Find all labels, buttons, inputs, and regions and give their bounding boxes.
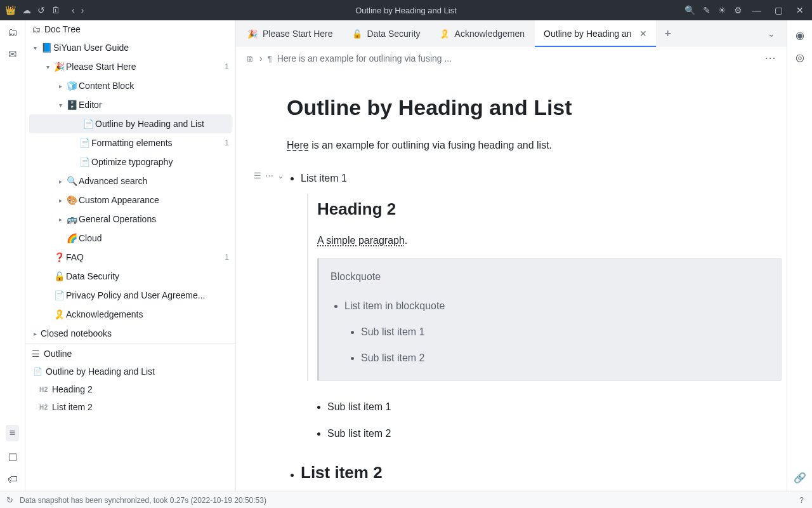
tree-label: General Operations <box>79 214 230 224</box>
chevron-right-icon[interactable]: ▸ <box>56 197 65 204</box>
outline-item[interactable]: H2 Heading 2 <box>25 380 235 398</box>
simple-paragraph[interactable]: A simple paragraph. <box>317 231 782 250</box>
chevron-right-icon[interactable]: ▸ <box>56 178 65 185</box>
intro-paragraph[interactable]: Here is an example for outlining via fus… <box>287 137 782 154</box>
tree-row[interactable]: 📄Formatting elements1 <box>25 133 235 152</box>
list-item[interactable]: List item 1 Heading 2 A simple paragraph… <box>301 169 782 448</box>
list-item[interactable]: List item in blockquote Sub list item 1 … <box>344 293 769 374</box>
tab-label: Please Start Here <box>263 29 333 39</box>
tree-row[interactable]: ▸🔍Advanced search <box>25 171 235 190</box>
calendar-icon[interactable]: 🗓 <box>51 5 60 15</box>
nav-back-icon[interactable]: ‹ <box>72 5 75 15</box>
closed-notebooks[interactable]: ▸ Closed notebooks <box>25 324 235 343</box>
chevron-right-icon: › <box>259 53 263 64</box>
outline-item[interactable]: H2 List item 2 <box>25 398 235 416</box>
sub-list[interactable]: Sub list item 1 Sub list item 2 <box>301 394 782 448</box>
nav-forward-icon[interactable]: › <box>81 5 84 15</box>
tab-close-icon[interactable]: ✕ <box>639 29 647 39</box>
tabs-menu-icon[interactable]: ⌄ <box>759 29 784 39</box>
minimize-icon[interactable]: — <box>750 5 764 15</box>
tree-row[interactable]: ▸🚌General Operations <box>25 210 235 229</box>
tab-icon: 🔓 <box>352 29 362 39</box>
doc-title[interactable]: Outline by Heading and List <box>287 95 782 120</box>
blockquote[interactable]: Blockquote List item in blockquote Sub l… <box>317 258 782 381</box>
history-icon[interactable]: ↺ <box>37 5 45 15</box>
globe-icon[interactable]: ◎ <box>796 51 804 64</box>
tab[interactable]: Outline by Heading an✕ <box>535 20 656 47</box>
tree-root[interactable]: ▾ 📘 SiYuan User Guide <box>25 38 235 57</box>
sync-icon[interactable]: ↻ <box>6 495 13 505</box>
outline-icon: ☰ <box>32 349 40 359</box>
settings-icon[interactable]: ⚙ <box>734 5 742 15</box>
doc-tree-icon[interactable]: 🗂 <box>8 27 18 38</box>
close-icon[interactable]: ✕ <box>793 5 807 15</box>
tree-label: Please Start Here <box>66 62 225 72</box>
blockquote-list[interactable]: List item in blockquote Sub list item 1 … <box>331 293 769 374</box>
breadcrumb-text: Here is an example for outlining via fus… <box>277 53 452 64</box>
list-item[interactable]: Sub list item 1 <box>361 319 769 345</box>
more-icon[interactable]: ··· <box>765 53 776 64</box>
crown-icon[interactable]: 👑 <box>5 5 16 15</box>
list-item[interactable]: Sub list item 2 <box>361 345 769 371</box>
chevron-down-icon[interactable]: ▾ <box>56 102 65 109</box>
tree-row[interactable]: ▸🎨Custom Appearance <box>25 190 235 210</box>
tree-label: Optimize typography <box>91 157 230 167</box>
list-icon[interactable]: ☰ <box>254 171 261 180</box>
chevron-down-icon[interactable]: ▾ <box>30 44 39 51</box>
tree-row[interactable]: 🌈Cloud <box>25 229 235 248</box>
help-icon[interactable]: ？ <box>797 495 806 506</box>
tab[interactable]: 🎉Please Start Here <box>239 20 342 47</box>
root-list[interactable]: List item 2 Ordered list item 1 1package… <box>287 451 782 491</box>
document[interactable]: Outline by Heading and List Here is an e… <box>236 70 787 491</box>
new-tab-button[interactable]: + <box>657 27 679 41</box>
tab[interactable]: 🎗️Acknowledgemen <box>431 20 534 47</box>
sun-icon[interactable]: ☀ <box>718 5 726 15</box>
tree-row[interactable]: 📄Privacy Policy and User Agreeme... <box>25 286 235 305</box>
tree-row[interactable]: ❓FAQ1 <box>25 248 235 267</box>
bookmark-icon[interactable]: ☐ <box>8 451 17 464</box>
doc-icon: 📄 <box>77 138 91 148</box>
tree-row[interactable]: ▾🗄️Editor <box>25 95 235 114</box>
intro-link[interactable]: Here <box>287 140 309 150</box>
list-item[interactable]: Sub list item 1 <box>327 394 782 420</box>
backlink-icon[interactable]: 🔗 <box>794 472 806 484</box>
dash-icon[interactable]: ⋯ <box>265 171 273 180</box>
tree-row[interactable]: ▾🎉Please Start Here1 <box>25 57 235 76</box>
align-icon[interactable]: ≡ <box>6 425 19 441</box>
breadcrumb[interactable]: 🗎 › ¶ Here is an example for outlining v… <box>236 47 787 70</box>
tree-row[interactable]: ▸🧊Content Block <box>25 76 235 95</box>
tree-row[interactable]: 🔓Data Security <box>25 267 235 286</box>
root-list[interactable]: List item 1 Heading 2 A simple paragraph… <box>287 169 782 448</box>
tree-icon: 🗂 <box>32 24 41 34</box>
list-item[interactable]: Sub list item 2 <box>327 420 782 447</box>
heading-2[interactable]: Heading 2 <box>317 194 782 225</box>
chevron-right-icon[interactable]: ▸ <box>30 330 39 337</box>
tree-row[interactable]: 📄Outline by Heading and List <box>29 114 232 133</box>
tag-icon[interactable]: 🏷 <box>8 474 18 485</box>
maximize-icon[interactable]: ▢ <box>771 5 785 15</box>
chevron-right-icon[interactable]: ▸ <box>56 83 65 90</box>
tree-label: Data Security <box>66 271 230 281</box>
edit-icon[interactable]: ✎ <box>703 5 710 15</box>
chevron-down-icon[interactable]: ⌄ <box>277 171 284 180</box>
outline-doc[interactable]: 📄 Outline by Heading and List <box>25 363 235 380</box>
chevron-right-icon[interactable]: ▸ <box>56 216 65 223</box>
file-icon: 📄 <box>33 367 46 376</box>
heading-2[interactable]: List item 2 <box>301 463 383 483</box>
tree-row[interactable]: 📄Optimize typography <box>25 152 235 171</box>
tree-label: Advanced search <box>79 176 230 186</box>
left-rail: 🗂 ✉ ≡ ☐ 🏷 <box>0 20 25 491</box>
editor: 🎉Please Start Here🔓Data Security🎗️Acknow… <box>236 20 787 491</box>
inbox-icon[interactable]: ✉ <box>8 48 16 60</box>
list-item[interactable]: List item 2 Ordered list item 1 1package… <box>301 451 782 491</box>
cloud-icon[interactable]: ☁ <box>22 5 31 15</box>
tab[interactable]: 🔓Data Security <box>343 20 429 47</box>
block-gutter[interactable]: ☰ ⋯ ⌄ <box>254 171 284 180</box>
chevron-down-icon[interactable]: ▾ <box>43 64 52 70</box>
graph-icon[interactable]: ◉ <box>796 29 804 41</box>
search-icon[interactable]: 🔍 <box>684 5 695 15</box>
file-icon: 🗎 <box>246 54 254 64</box>
tree-row[interactable]: 🎗️Acknowledgements <box>25 305 235 324</box>
doc-tree-title: Doc Tree <box>44 24 81 34</box>
doc-icon: 🎉 <box>52 62 66 72</box>
